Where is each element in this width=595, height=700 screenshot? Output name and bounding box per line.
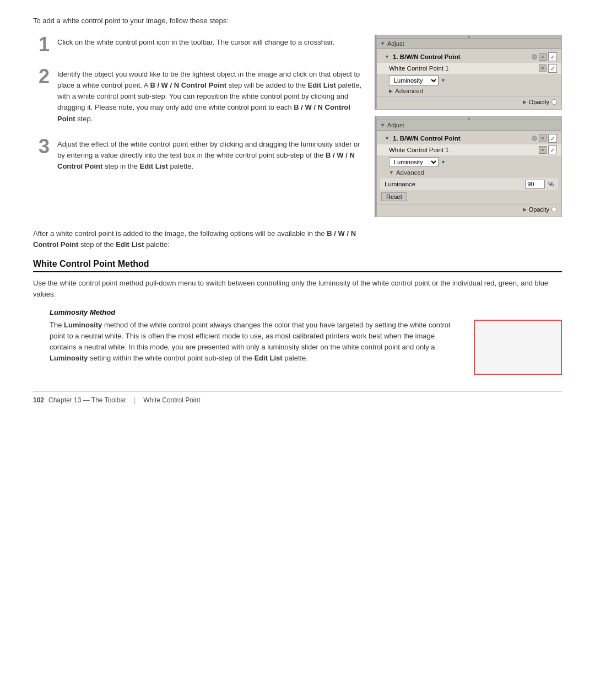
panel-2-reset-row: Reset (377, 191, 561, 203)
step-2-content: Identify the object you would like to be… (57, 67, 364, 125)
step-2-number: 2 (33, 67, 50, 125)
panel-2-bwn-row: ▼ 1. B/W/N Control Point × ✓ (377, 133, 561, 144)
panel-1-substep-label: White Control Point 1 (389, 65, 536, 72)
bwn2-x-btn[interactable]: × (539, 134, 547, 142)
step-3-content: Adjust the effect of the white control p… (57, 137, 364, 172)
subsection-bold2: Luminosity (50, 354, 88, 362)
panel-2-dropdown[interactable]: Luminosity (389, 157, 439, 167)
advanced2-expand-icon[interactable]: ▼ (389, 170, 394, 175)
panel-1-bwn-icons: × ✓ (532, 52, 557, 61)
intro-text: To add a white control point to your ima… (33, 17, 562, 25)
opacity-expand-icon[interactable]: ▶ (523, 99, 527, 105)
bwn-x-btn[interactable]: × (539, 53, 547, 61)
panel-2-substep-icons: × ✓ (539, 146, 557, 154)
resize-dots-2: ▲ (467, 116, 472, 121)
panel-1-wrapper: ▲ ▼ Adjust ▼ 1. B/W/N Control Point × ✓ (375, 35, 562, 110)
after-bold1: B / W / N (327, 229, 356, 238)
panel-2-bwn-label: 1. B/W/N Control Point (393, 135, 528, 142)
step-2-bold1: B / W / N Control Point (150, 81, 226, 89)
panel-2-opacity-label: Opacity (529, 206, 549, 213)
step-3: 3 Adjust the effect of the white control… (33, 137, 364, 172)
panel-1-dropdown[interactable]: Luminosity (389, 76, 439, 85)
bwn2-check-btn[interactable]: ✓ (548, 134, 557, 143)
footer-separator: | (134, 396, 136, 404)
section-heading: White Control Point Method (33, 259, 562, 272)
reset-button[interactable]: Reset (381, 192, 407, 201)
dropdown2-arrow-icon: ▼ (441, 159, 446, 165)
panel-2-advanced-row: ▼ Advanced (377, 168, 561, 177)
footer-page-number: 102 (33, 396, 44, 404)
step-1-content: Click on the white control point icon in… (57, 35, 334, 55)
luminance-unit: % (548, 181, 554, 187)
footer-chapter: Chapter 13 — The Toolbar (48, 396, 126, 404)
bwn2-dot-icon (532, 136, 537, 141)
panel-2-luminance-label: Luminance (385, 181, 522, 187)
substep-x-btn[interactable]: × (539, 64, 547, 72)
panel-1-substep-row: White Control Point 1 × ✓ (377, 63, 561, 74)
panel-1-substep-icons: × ✓ (539, 64, 557, 73)
bwn-collapse-icon[interactable]: ▼ (385, 54, 390, 60)
opacity2-expand-icon[interactable]: ▶ (523, 207, 527, 212)
luminance-input[interactable] (525, 180, 545, 189)
footer-bar: 102 Chapter 13 — The Toolbar | White Con… (33, 391, 562, 408)
panel-2-bwn-icons: × ✓ (532, 134, 557, 143)
advanced-expand-icon[interactable]: ▶ (389, 88, 393, 94)
after-bold3: Edit List (116, 240, 144, 249)
panel-2-body: ▼ 1. B/W/N Control Point × ✓ White Contr… (377, 131, 561, 217)
substep2-check-btn[interactable]: ✓ (548, 146, 557, 154)
panel-1-dropdown-row: Luminosity ▼ (377, 74, 561, 87)
after-section: After a white control point is added to … (33, 228, 562, 250)
panel-1-collapse-icon[interactable]: ▼ (380, 41, 385, 46)
opacity2-radio[interactable] (551, 207, 557, 212)
panel-1: ▲ ▼ Adjust ▼ 1. B/W/N Control Point × ✓ (376, 35, 562, 110)
steps-list: 1 Click on the white control point icon … (33, 35, 364, 217)
panel-1-bwn-label: 1. B/W/N Control Point (393, 53, 528, 60)
section-intro: Use the white control point method pull-… (33, 278, 562, 300)
subsection-heading: Luminosity Method (50, 308, 562, 316)
footer-section: White Control Point (143, 396, 200, 404)
dropdown-arrow-icon: ▼ (441, 78, 446, 83)
step-2-bold2: Edit List (307, 81, 336, 89)
panel-2-substep-row: White Control Point 1 × ✓ (377, 144, 561, 155)
panel-1-header: ▼ Adjust (377, 39, 561, 49)
step-3-bold1: B / W / N Control Point (57, 151, 355, 170)
step-2: 2 Identify the object you would like to … (33, 67, 364, 125)
steps-panels-section: 1 Click on the white control point icon … (33, 35, 562, 217)
step-3-number: 3 (33, 137, 50, 172)
panel-2-opacity-row: ▶ Opacity (377, 204, 561, 214)
substep2-x-btn[interactable]: × (539, 146, 547, 154)
panel-1-body: ▼ 1. B/W/N Control Point × ✓ White Contr… (377, 49, 561, 109)
panel-1-bwn-row: ▼ 1. B/W/N Control Point × ✓ (377, 51, 561, 62)
bwn2-collapse-icon[interactable]: ▼ (385, 136, 390, 141)
after-text: After a white control point is added to … (33, 228, 562, 250)
panels-column: ▲ ▼ Adjust ▼ 1. B/W/N Control Point × ✓ (375, 35, 562, 217)
resize-dots: ▲ (467, 34, 472, 39)
panel-1-advanced-row: ▶ Advanced (377, 87, 561, 95)
panel-2-title: Adjust (387, 122, 404, 128)
subsection-bold3: Edit List (254, 354, 282, 362)
step-2-bold3: B / W / N Control Point (57, 103, 350, 122)
subsection-image (474, 320, 562, 375)
panel-2-advanced-label: Advanced (396, 169, 424, 176)
step-1-number: 1 (33, 35, 50, 55)
panel-2-wrapper: ▲ ▼ Adjust ▼ 1. B/W/N Control Point × ✓ (375, 116, 562, 217)
bwn-check-btn[interactable]: ✓ (548, 52, 557, 61)
opacity-radio[interactable] (551, 99, 557, 105)
panel-2-luminance-row: Luminance % (380, 178, 558, 190)
substep-check-btn[interactable]: ✓ (548, 64, 557, 73)
step-3-bold2: Edit List (140, 162, 168, 170)
panel-1-title: Adjust (387, 40, 404, 47)
panel-2-substep-label: White Control Point 1 (389, 147, 536, 153)
subsection-body: The Luminosity method of the white contr… (33, 320, 562, 375)
panel-1-opacity-row: ▶ Opacity (377, 96, 561, 107)
step-1: 1 Click on the white control point icon … (33, 35, 364, 55)
panel-1-opacity-label: Opacity (529, 99, 549, 105)
subsection-bold1: Luminosity (64, 321, 102, 329)
bwn-dot-icon (532, 54, 537, 60)
panel-2-collapse-icon[interactable]: ▼ (380, 122, 385, 128)
subsection-text: The Luminosity method of the white contr… (50, 320, 463, 375)
subsection: Luminosity Method The Luminosity method … (33, 308, 562, 375)
panel-2-header: ▼ Adjust (377, 120, 561, 131)
panel-1-advanced-label: Advanced (395, 88, 423, 94)
after-bold2: Control Point (33, 240, 78, 249)
